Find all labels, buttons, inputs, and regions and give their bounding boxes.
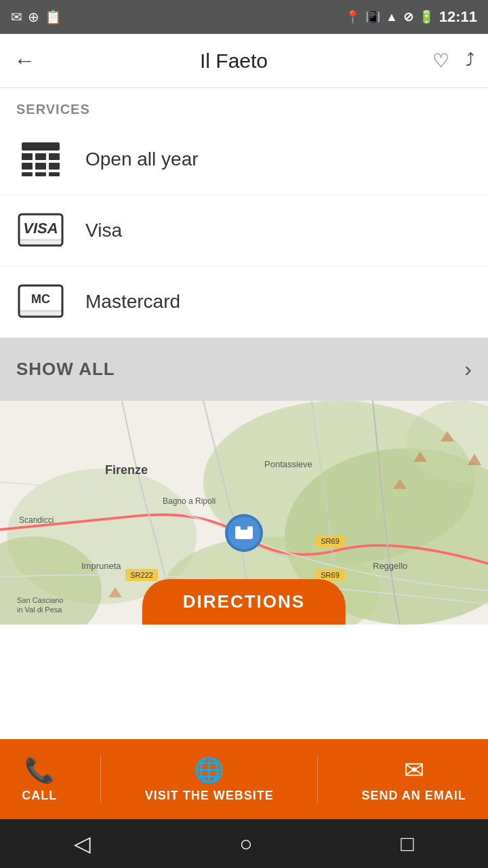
svg-rect-17 (19, 313, 62, 315)
svg-text:Scandicci: Scandicci (19, 515, 54, 525)
divider-2 (317, 755, 318, 803)
show-all-button[interactable]: SHOW ALL › (0, 338, 488, 401)
svg-rect-4 (22, 163, 33, 170)
main-content: SERVICES Open all year (0, 88, 488, 625)
mastercard-icon: MC (16, 281, 65, 322)
svg-rect-3 (49, 153, 60, 160)
vibrate-icon: 📳 (365, 9, 380, 24)
service-item-visa: VISA Visa (0, 195, 488, 267)
favorite-button[interactable]: ♡ (432, 50, 449, 72)
nav-bar: ◁ ○ □ (0, 819, 488, 868)
svg-rect-13 (19, 242, 62, 244)
wifi-icon: ▲ (386, 10, 398, 24)
directions-button[interactable]: DIRECTIONS (142, 579, 346, 625)
phone-icon: 📞 (24, 756, 55, 785)
svg-rect-8 (35, 172, 46, 176)
svg-rect-0 (22, 142, 60, 151)
service-item-mastercard: MC Mastercard (0, 267, 488, 338)
show-all-label: SHOW ALL (16, 359, 115, 380)
status-icons-left: ✉ ⊕ 📋 (11, 9, 62, 25)
globe-icon: 🌐 (194, 756, 224, 785)
svg-rect-7 (22, 172, 33, 176)
map-view[interactable]: SR69 SR69 SR222 Firenze Pontassieve Scan… (0, 401, 488, 625)
chevron-right-icon: › (464, 357, 472, 382)
back-nav-button[interactable]: ◁ (74, 831, 91, 856)
email-icon: ✉ (404, 756, 424, 785)
call-label: CALL (22, 789, 57, 803)
location-icon: 📍 (345, 9, 360, 24)
email-action[interactable]: ✉ SEND AN EMAIL (361, 756, 466, 803)
service-label-visa: Visa (85, 220, 122, 241)
divider-1 (100, 755, 101, 803)
svg-text:in Val di Pesa: in Val di Pesa (17, 606, 62, 614)
back-button[interactable]: ← (14, 48, 35, 73)
svg-text:Bagno a Ripoli: Bagno a Ripoli (163, 496, 216, 506)
svg-text:MC: MC (31, 292, 50, 306)
clipboard-icon: 📋 (45, 9, 62, 25)
svg-text:San Casciano: San Casciano (17, 596, 64, 604)
svg-text:Pontassieve: Pontassieve (264, 459, 312, 469)
service-label-mastercard: Mastercard (85, 291, 180, 313)
service-label-open-all-year: Open all year (85, 149, 199, 170)
svg-rect-5 (35, 163, 46, 170)
signal-blocked-icon: ⊘ (403, 9, 413, 24)
visa-icon: VISA (16, 210, 65, 251)
status-bar: ✉ ⊕ 📋 📍 📳 ▲ ⊘ 🔋 12:11 (0, 0, 488, 34)
svg-rect-16 (19, 310, 62, 313)
svg-rect-49 (235, 526, 241, 532)
status-icons-right: 📍 📳 ▲ ⊘ 🔋 12:11 (345, 8, 477, 26)
website-label: VISIT THE WEBSITE (145, 789, 274, 803)
svg-text:Reggello: Reggello (373, 561, 407, 571)
service-item-open-all-year: Open all year (0, 124, 488, 195)
svg-rect-2 (35, 153, 46, 160)
recent-nav-button[interactable]: □ (401, 831, 413, 856)
page-title: Il Faeto (200, 50, 268, 73)
services-section-label: SERVICES (0, 88, 488, 124)
bottom-action-bar: 📞 CALL 🌐 VISIT THE WEBSITE ✉ SEND AN EMA… (0, 739, 488, 819)
svg-text:Impruneta: Impruneta (81, 561, 121, 571)
svg-text:SR222: SR222 (130, 571, 153, 579)
share-button[interactable]: ⤴ (466, 50, 474, 72)
app-bar: ← Il Faeto ♡ ⤴ (0, 34, 488, 88)
svg-rect-50 (247, 526, 253, 532)
svg-rect-6 (49, 163, 60, 170)
home-nav-button[interactable]: ○ (239, 831, 252, 856)
svg-text:VISA: VISA (23, 220, 58, 237)
clock: 12:11 (439, 8, 477, 26)
website-action[interactable]: 🌐 VISIT THE WEBSITE (145, 756, 274, 803)
calendar-grid-icon (16, 139, 65, 180)
battery-icon: 🔋 (419, 9, 434, 24)
android-icon: ⊕ (28, 9, 39, 25)
svg-rect-1 (22, 153, 33, 160)
svg-text:SR69: SR69 (321, 571, 340, 579)
call-action[interactable]: 📞 CALL (22, 756, 57, 803)
gmail-icon: ✉ (11, 9, 22, 25)
svg-rect-12 (19, 239, 62, 241)
app-bar-actions: ♡ ⤴ (432, 50, 474, 72)
svg-text:SR69: SR69 (321, 537, 340, 545)
email-label: SEND AN EMAIL (361, 789, 466, 803)
svg-text:Firenze: Firenze (105, 463, 148, 477)
svg-rect-9 (49, 172, 60, 176)
